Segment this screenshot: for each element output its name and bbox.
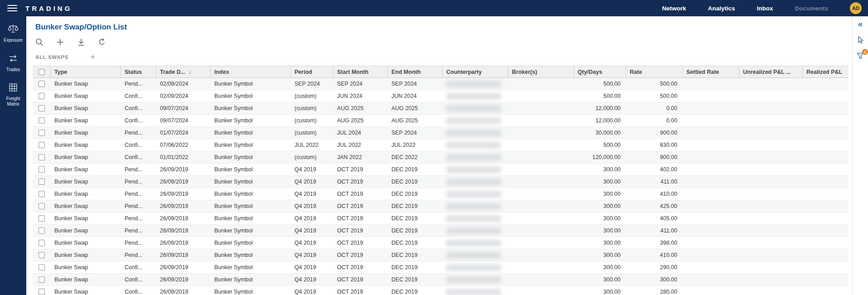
row-checkbox[interactable] [39, 130, 45, 136]
sidebar-item-trades[interactable]: Trades [0, 54, 26, 73]
table-row[interactable]: Bunker Swap Confi... 26/09/2019 Bunker S… [33, 261, 848, 274]
cell-index: Bunker Symbol [211, 151, 291, 163]
table-row[interactable]: Bunker Swap Pend... 26/09/2019 Bunker Sy… [33, 200, 848, 213]
column-header-rate[interactable]: Rate [626, 66, 683, 77]
cell-status: Pend... [121, 188, 156, 200]
cell-counterparty [443, 225, 508, 237]
table-row[interactable]: Bunker Swap Pend... 26/09/2019 Bunker Sy… [33, 188, 848, 200]
nav-inbox[interactable]: Inbox [757, 5, 773, 12]
sidebar-item-freight-matrix[interactable]: Freight Matrix [0, 83, 26, 106]
row-checkbox[interactable] [39, 215, 45, 222]
table-row[interactable]: Bunker Swap Confi... 01/01/2022 Bunker S… [33, 151, 848, 164]
row-checkbox[interactable] [39, 240, 45, 246]
cell-brokers [508, 188, 574, 200]
cell-start-month: OCT 2019 [333, 188, 388, 200]
add-view-icon[interactable]: + [90, 53, 95, 61]
sidebar-item-exposure[interactable]: Exposure [0, 24, 26, 43]
table-row[interactable]: Bunker Swap Pend... 26/09/2019 Bunker Sy… [33, 249, 848, 261]
reset-icon[interactable] [97, 37, 107, 47]
cell-qty-days: 300.00 [574, 249, 626, 261]
column-header-brokers[interactable]: Broker(s) [508, 66, 574, 77]
column-header-end-month[interactable]: End Month [388, 66, 443, 77]
cell-settled-rate [683, 213, 739, 224]
cell-index: Bunker Symbol [211, 164, 291, 175]
table-row[interactable]: Bunker Swap Confi... 02/09/2024 Bunker S… [33, 90, 848, 102]
table-row[interactable]: Bunker Swap Pend... 26/09/2019 Bunker Sy… [33, 176, 848, 188]
table-row[interactable]: Bunker Swap Confi... 26/09/2019 Bunker S… [33, 286, 848, 295]
column-header-period[interactable]: Period [291, 66, 333, 77]
column-header-type[interactable]: Type [51, 66, 121, 77]
table-row[interactable]: Bunker Swap Confi... 09/07/2024 Bunker S… [33, 102, 848, 115]
row-checkbox[interactable] [39, 154, 45, 160]
column-header-unrealized-pl[interactable]: Unrealized P&L ... [739, 66, 803, 77]
tab-all-swaps[interactable]: ALL SWAPS [35, 54, 68, 60]
menu-icon[interactable] [7, 3, 17, 13]
row-checkbox[interactable] [39, 276, 45, 283]
row-checkbox[interactable] [39, 264, 45, 271]
cell-trade-date: 07/06/2022 [156, 139, 211, 151]
row-checkbox[interactable] [39, 142, 45, 148]
column-header-status[interactable]: Status [121, 66, 156, 77]
row-checkbox[interactable] [39, 252, 45, 258]
column-header-trade-date[interactable]: Trade D... ↓ [156, 66, 211, 77]
user-avatar[interactable]: AD [850, 2, 862, 14]
column-header-realized-pl[interactable]: Realized P&L [803, 66, 848, 77]
table-row[interactable]: Bunker Swap Pend... 26/09/2019 Bunker Sy… [33, 237, 848, 249]
cell-settled-rate [683, 151, 739, 163]
row-checkbox[interactable] [39, 227, 45, 234]
cell-qty-days: 12,000.00 [574, 115, 626, 126]
column-header-qty-days[interactable]: Qty/Days [574, 66, 626, 77]
cell-type: Bunker Swap [51, 176, 121, 188]
cell-qty-days: 500.00 [574, 78, 626, 90]
cell-counterparty [443, 261, 508, 273]
cell-start-month: AUG 2025 [333, 102, 388, 114]
table-row[interactable]: Bunker Swap Confi... 26/09/2019 Bunker S… [33, 274, 848, 286]
cell-brokers [508, 164, 574, 175]
row-checkbox[interactable] [39, 179, 45, 185]
select-all-checkbox[interactable] [39, 69, 45, 75]
column-header-index[interactable]: Index [211, 66, 291, 77]
table-row[interactable]: Bunker Swap Pend... 26/09/2019 Bunker Sy… [33, 213, 848, 225]
table-row[interactable]: Bunker Swap Pend... 02/09/2024 Bunker Sy… [33, 78, 848, 90]
cell-realized-pl [803, 176, 848, 188]
row-checkbox[interactable] [39, 117, 45, 124]
search-icon[interactable] [34, 37, 44, 47]
row-checkbox[interactable] [39, 191, 45, 197]
table-row[interactable]: Bunker Swap Pend... 01/07/2024 Bunker Sy… [33, 127, 848, 139]
cell-qty-days: 300.00 [574, 274, 626, 285]
nav-analytics[interactable]: Analytics [708, 5, 735, 12]
table-row[interactable]: Bunker Swap Pend... 26/09/2019 Bunker Sy… [33, 164, 848, 176]
cell-settled-rate [683, 237, 739, 249]
table-row[interactable]: Bunker Swap Pend... 26/09/2019 Bunker Sy… [33, 225, 848, 237]
cell-settled-rate [683, 90, 739, 102]
column-header-settled-rate[interactable]: Settled Rate [683, 66, 739, 77]
pointer-tool-icon[interactable] [856, 36, 864, 44]
cell-qty-days: 300.00 [574, 200, 626, 212]
filter-icon[interactable]: 2 [856, 52, 864, 60]
cell-realized-pl [803, 261, 848, 273]
download-icon[interactable] [76, 37, 86, 47]
row-checkbox[interactable] [39, 289, 45, 295]
row-checkbox[interactable] [39, 93, 45, 99]
cell-rate: 411.00 [626, 225, 683, 237]
column-header-start-month[interactable]: Start Month [333, 66, 388, 77]
row-checkbox[interactable] [39, 203, 45, 209]
cell-trade-date: 26/09/2019 [156, 176, 211, 188]
column-header-counterparty[interactable]: Counterparty [443, 66, 508, 77]
table-row[interactable]: Bunker Swap Confi... 07/06/2022 Bunker S… [33, 139, 848, 151]
swap-arrows-icon [8, 54, 18, 65]
cell-unrealized-pl [739, 286, 803, 295]
cell-qty-days: 500.00 [574, 90, 626, 102]
cell-counterparty [443, 127, 508, 139]
add-icon[interactable] [55, 37, 65, 47]
cell-rate: 900.00 [626, 127, 683, 139]
nav-documents[interactable]: Documents [795, 5, 828, 12]
row-checkbox[interactable] [39, 105, 45, 111]
cell-trade-date: 02/09/2024 [156, 90, 211, 102]
nav-network[interactable]: Network [662, 5, 686, 12]
redacted-counterparty [446, 227, 501, 234]
table-row[interactable]: Bunker Swap Confi... 09/07/2024 Bunker S… [33, 115, 848, 127]
row-checkbox[interactable] [39, 81, 45, 87]
row-checkbox[interactable] [39, 166, 45, 173]
collapse-panel-icon[interactable]: « [858, 20, 863, 28]
